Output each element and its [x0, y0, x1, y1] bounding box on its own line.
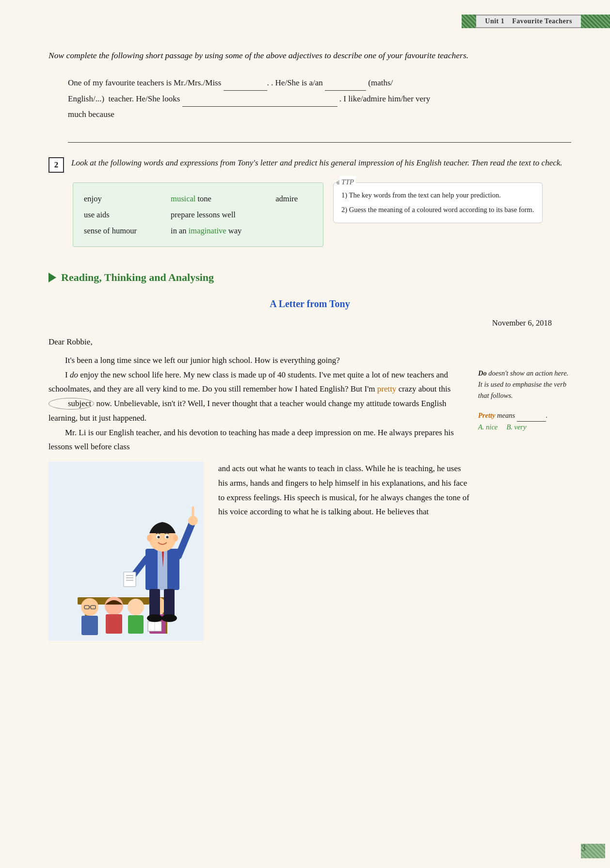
- fill-blank-because[interactable]: [68, 127, 571, 143]
- fill-blank-pretty[interactable]: [517, 410, 546, 422]
- title-label: Favourite Teachers: [512, 17, 572, 25]
- header-pattern-left: [462, 15, 476, 28]
- word-col-1: enjoy use aids sense of humour: [84, 191, 137, 239]
- reading-title: Reading, Thinking and Analysing: [48, 271, 571, 284]
- word-imaginative: in an imaginative way: [171, 223, 241, 239]
- section-number: 2: [48, 157, 64, 173]
- svg-point-25: [158, 536, 160, 539]
- intro-instruction: Now complete the following short passage…: [48, 49, 571, 63]
- words-card: enjoy use aids sense of humour musical t…: [73, 182, 323, 247]
- tip-label: TTP: [339, 176, 356, 188]
- svg-rect-5: [81, 616, 98, 635]
- letter-date: November 6, 2018: [48, 318, 571, 328]
- option-a-label: A. nice: [478, 423, 499, 431]
- teacher-svg: [48, 461, 204, 641]
- svg-point-26: [166, 536, 169, 539]
- subject-circled: subject: [48, 398, 94, 409]
- word-sense-humour: sense of humour: [84, 223, 137, 239]
- svg-point-34: [147, 614, 162, 622]
- sidebar-note-do: Do doesn't show an action here. It is us…: [478, 368, 571, 402]
- passage-mid1: . He/She is a/an: [271, 78, 323, 87]
- main-text: I do enjoy the new school life here. My …: [48, 368, 469, 641]
- word-enjoy: enjoy: [84, 191, 137, 207]
- section2-row: 2 Look at the following words and expres…: [48, 156, 571, 173]
- svg-rect-32: [149, 589, 160, 618]
- content-sidebar-wrapper: I do enjoy the new school life here. My …: [48, 368, 571, 641]
- svg-point-11: [128, 599, 144, 615]
- word-admire: admire: [275, 191, 298, 207]
- salutation: Dear Robbie,: [48, 335, 571, 349]
- letter-title: A Letter from Tony: [48, 298, 571, 310]
- svg-rect-33: [164, 589, 175, 618]
- passage-pre3: much because: [68, 110, 114, 119]
- word-col-2: musical tone prepare lessons well in an …: [171, 191, 241, 239]
- fill-blank-name[interactable]: [224, 75, 267, 91]
- page: Unit 1 Favourite Teachers Now complete t…: [0, 0, 610, 868]
- intro-text: Now complete the following short passage…: [48, 50, 468, 60]
- section2-instruction: Look at the following words and expressi…: [71, 156, 562, 170]
- teacher-illustration: [48, 461, 204, 641]
- reading-section-title: Reading, Thinking and Analysing: [61, 271, 214, 284]
- svg-point-9: [105, 597, 123, 615]
- letter-para3: Mr. Li is our English teacher, and his d…: [48, 426, 469, 455]
- pretty-word: pretty: [377, 384, 397, 393]
- word-col-3: admire: [275, 191, 298, 239]
- header-bar: Unit 1 Favourite Teachers: [462, 15, 610, 28]
- fill-blank-type[interactable]: [325, 75, 366, 91]
- page-number-pattern: [581, 844, 605, 858]
- svg-rect-10: [106, 614, 122, 634]
- sidebar-note-pretty: Pretty means . A. nice B. very: [478, 410, 571, 433]
- passage-post2: . I like/admire him/her very: [339, 94, 430, 103]
- triangle-icon: [48, 273, 56, 282]
- tip-point-2: 2) Guess the meaning of a coloured word …: [341, 204, 534, 216]
- fill-blank-looks[interactable]: [182, 91, 337, 107]
- option-b-label: B. very: [506, 423, 526, 431]
- sidebar-options: A. nice B. very: [478, 423, 526, 431]
- passage-pre2: English/...): [68, 94, 104, 103]
- passage-pre1: One of my favourite teachers is Mr./Mrs.…: [68, 78, 221, 87]
- letter-para1: It's been a long time since we left our …: [48, 353, 571, 368]
- svg-point-21: [147, 535, 152, 541]
- svg-point-22: [173, 535, 178, 541]
- svg-rect-12: [128, 615, 144, 634]
- header-pattern-right: [581, 15, 610, 28]
- tip-point-1: 1) The key words from the text can help …: [341, 190, 534, 201]
- do-word: do: [70, 370, 78, 379]
- sidebar-notes: Do doesn't show an action here. It is us…: [469, 368, 571, 641]
- fill-in-passage: One of my favourite teachers is Mr./Mrs.…: [68, 75, 571, 143]
- word-musical-tone: musical tone: [171, 191, 241, 207]
- reading-header: Reading, Thinking and Analysing: [48, 271, 571, 284]
- header-title: Unit 1 Favourite Teachers: [476, 15, 581, 28]
- svg-point-28: [188, 516, 198, 525]
- word-prepare: prepare lessons well: [171, 207, 241, 223]
- svg-point-35: [161, 614, 177, 622]
- letter-para2: I do enjoy the new school life here. My …: [48, 368, 469, 426]
- letter-para4: and acts out what he wants to teach in c…: [218, 461, 469, 519]
- tip-box: ✏ TTP 1) The key words from the text can…: [333, 182, 542, 223]
- word-tip-container: enjoy use aids sense of humour musical t…: [73, 182, 571, 247]
- passage-mid2: teacher. He/She looks: [109, 94, 180, 103]
- image-text-section: and acts out what he wants to teach in c…: [48, 461, 469, 641]
- unit-label: Unit 1: [485, 17, 504, 25]
- passage-post1: (maths/: [368, 78, 393, 87]
- letter-body: Dear Robbie, It's been a long time since…: [48, 335, 571, 641]
- word-use-aids: use aids: [84, 207, 137, 223]
- svg-rect-36: [124, 572, 136, 587]
